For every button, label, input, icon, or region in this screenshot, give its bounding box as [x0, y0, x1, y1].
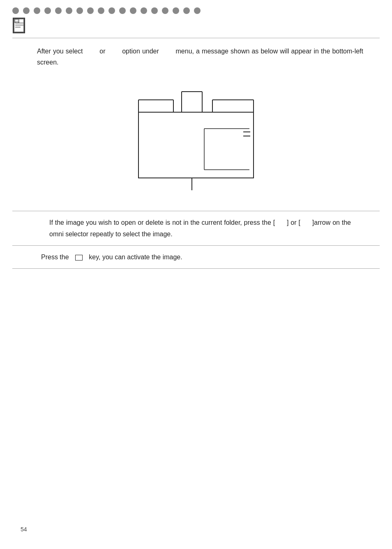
dot	[87, 7, 94, 14]
page-number: 54	[21, 526, 27, 533]
icon-row	[0, 17, 392, 35]
key-box	[75, 255, 83, 261]
section3: Press the key, you can activate the imag…	[12, 246, 380, 269]
dot	[130, 7, 136, 14]
section2: If the image you wish to open or delete …	[12, 211, 380, 245]
page: After you select or option under menu, a…	[0, 0, 392, 549]
dot	[183, 7, 190, 14]
dot	[141, 7, 147, 14]
dot	[44, 7, 51, 14]
dots-row	[0, 0, 392, 17]
dot	[194, 7, 201, 14]
dot	[98, 7, 104, 14]
dot	[151, 7, 158, 14]
dot	[55, 7, 62, 14]
svg-rect-16	[138, 112, 254, 178]
press-the-text: Press the	[41, 254, 69, 261]
page-number-text: 54	[21, 526, 27, 533]
dot	[66, 7, 72, 14]
section1-text: After you select or option under menu, a…	[37, 46, 363, 68]
dot	[173, 7, 179, 14]
ui-diagram	[101, 88, 291, 194]
dot	[108, 7, 115, 14]
section2-text: If the image you wish to open or delete …	[49, 217, 351, 239]
dot	[23, 7, 30, 14]
file-icon	[12, 17, 29, 34]
dot	[162, 7, 168, 14]
dot	[119, 7, 126, 14]
dot	[76, 7, 83, 14]
section1: After you select or option under menu, a…	[0, 38, 392, 75]
diagram-area	[0, 75, 392, 211]
section3-text: Press the key, you can activate the imag…	[41, 251, 351, 263]
dot	[12, 7, 19, 14]
dot	[34, 7, 40, 14]
key-after-text: key, you can activate the image.	[89, 254, 182, 261]
